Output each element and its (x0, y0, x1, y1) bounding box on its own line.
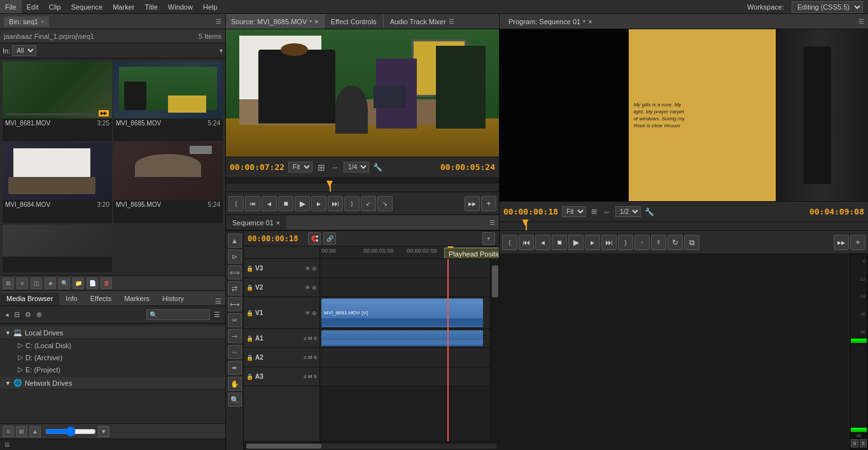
source-stop-btn[interactable]: ■ (278, 196, 293, 211)
rolling-edit-btn[interactable]: ⇄ (228, 281, 242, 295)
source-safe-margins-icon[interactable]: ↔ (330, 162, 340, 172)
add-track-btn[interactable]: + (482, 232, 495, 245)
browser-search-input[interactable] (146, 309, 210, 320)
tab-info[interactable]: Info (59, 293, 83, 306)
program-tab[interactable]: Program: Sequence 01 ▾ × (503, 14, 598, 29)
a2-m-label[interactable]: M (308, 355, 312, 361)
program-mark-out-btn[interactable]: } (618, 235, 633, 250)
audio-mixer-options[interactable]: ☰ (449, 18, 454, 25)
seq-tab[interactable]: Sequence 01 × (226, 215, 286, 230)
tab-markers[interactable]: Markers (118, 293, 156, 306)
freeform-view-btn[interactable]: ◈ (45, 278, 56, 289)
program-mark-in-btn[interactable]: { (502, 235, 517, 250)
up-btn[interactable]: ▲ (29, 426, 41, 437)
source-add-btn[interactable]: + (481, 196, 496, 211)
source-tab-dropdown[interactable]: ▾ (309, 18, 312, 24)
source-tab[interactable]: Source: MVI_8685.MOV ▾ × (226, 14, 325, 29)
source-settings-icon[interactable]: 🔧 (373, 163, 382, 172)
seq-panel-options[interactable]: ☰ (489, 219, 499, 226)
v1-sync-icon[interactable]: ⊕ (312, 310, 317, 316)
drive-e[interactable]: ▷ E: (Project) (0, 363, 225, 376)
selection-tool-btn[interactable]: ▲ (228, 234, 242, 248)
program-play-btn[interactable]: ▶ (568, 235, 584, 250)
track-row-v3[interactable] (320, 259, 490, 278)
menu-help[interactable]: Help (198, 0, 223, 13)
a3-s-label[interactable]: S (314, 374, 317, 380)
slip-btn[interactable]: ⊸ (228, 329, 242, 343)
menu-clip[interactable]: Clip (44, 0, 66, 13)
source-progress-track[interactable] (226, 183, 499, 192)
source-mark-in-btn[interactable]: { (228, 196, 244, 211)
lower-panel-options[interactable]: ☰ (215, 297, 225, 306)
track-row-v2[interactable] (320, 278, 490, 297)
v2-lock-icon[interactable]: 🔒 (246, 285, 253, 291)
a3-m-label[interactable]: M (308, 374, 312, 380)
source-mark-out-btn[interactable]: } (344, 196, 360, 211)
a2-lock-icon[interactable]: 🔒 (246, 355, 253, 361)
v3-sync-icon[interactable]: ⊕ (312, 265, 317, 272)
program-progress-track[interactable] (500, 222, 868, 230)
clip-item[interactable]: ▶▶ MVI_8681.MOV 3:25 (3, 61, 112, 141)
linked-select-btn[interactable]: 🔗 (323, 232, 336, 245)
program-go-to-in-btn[interactable]: ⏮ (519, 235, 534, 250)
program-go-to-out-btn[interactable]: ⏭ (601, 235, 617, 250)
effect-controls-tab[interactable]: Effect Controls (325, 14, 384, 29)
zoom-btn[interactable]: 🔍 (228, 393, 242, 407)
filter-btn[interactable]: ⊟ (13, 309, 21, 320)
program-progress-bar[interactable] (500, 221, 868, 230)
clip-item[interactable]: MVI_8695.MOV 5:24 (113, 143, 223, 223)
source-more-btn[interactable]: ▸▸ (465, 196, 480, 211)
program-export-icon[interactable]: ⊞ (590, 206, 598, 217)
zoom-slider[interactable] (45, 426, 96, 437)
v1-eye-icon[interactable]: 👁 (305, 310, 311, 316)
track-select-tool-btn[interactable]: ⊳ (228, 250, 242, 264)
source-progress-bar[interactable] (226, 183, 499, 192)
source-fit-select[interactable]: Fit (288, 162, 312, 172)
browser-options-btn[interactable]: ☰ (213, 309, 221, 320)
hand-btn[interactable]: ✋ (228, 377, 242, 391)
meter-s2-btn[interactable]: S (860, 439, 867, 447)
source-go-to-out-btn[interactable]: ⏭ (328, 196, 343, 211)
tab-effects[interactable]: Effects (84, 293, 118, 306)
v2-eye-icon[interactable]: 👁 (305, 285, 311, 291)
v3-lock-icon[interactable]: 🔒 (246, 265, 253, 272)
video-clip-block[interactable]: MVI_8681.MOV [V] (321, 299, 483, 327)
program-loop-btn[interactable]: ↻ (668, 235, 683, 250)
a2-menu-icon[interactable]: ≡ (304, 355, 307, 361)
timeline-scrollbar[interactable] (490, 259, 499, 441)
local-drives-header[interactable]: ▼ 💻 Local Drives (0, 327, 225, 339)
drive-d[interactable]: ▷ D: (Archive) (0, 351, 225, 363)
seq-tab-close[interactable]: × (276, 219, 280, 227)
new-item-btn[interactable]: 📄 (87, 278, 98, 289)
bin-view-toggle[interactable]: ▾ (220, 47, 223, 54)
v1-lock-icon[interactable]: 🔒 (246, 310, 253, 316)
network-drives-header[interactable]: ▼ 🌐 Network Drives (0, 377, 225, 390)
menu-sequence[interactable]: Sequence (66, 0, 108, 13)
tab-media-browser[interactable]: Media Browser (0, 293, 59, 306)
scrollbar-thumb[interactable] (492, 265, 498, 297)
down-btn[interactable]: ▼ (98, 426, 109, 437)
clip-item[interactable]: MVI_8684.MOV 3:20 (3, 143, 112, 223)
source-quality-select[interactable]: 1/4 (344, 162, 369, 172)
a3-lock-icon[interactable]: 🔒 (246, 374, 253, 380)
rate-stretch-btn[interactable]: ⟷ (228, 297, 242, 311)
program-step-back-btn[interactable]: ◂ (535, 235, 550, 250)
settings-btn[interactable]: ⚙ (24, 309, 32, 320)
clip-item[interactable]: MVI_8685.MOV 5:24 (113, 61, 223, 141)
program-tab-close[interactable]: × (588, 18, 592, 25)
program-panel-options[interactable]: ☰ (858, 18, 864, 25)
v2-sync-icon[interactable]: ⊕ (312, 285, 317, 291)
list-view-btn[interactable]: ≡ (17, 278, 28, 289)
program-add-btn[interactable]: + (850, 235, 865, 250)
menu-window[interactable]: Window (163, 0, 198, 13)
hscroll-thumb[interactable] (246, 444, 321, 449)
menu-file[interactable]: File (0, 0, 22, 13)
audio-mixer-tab[interactable]: Audio Track Mixer ☰ (384, 14, 461, 29)
track-row-v1[interactable]: MVI_8681.MOV [V] (320, 297, 490, 329)
timeline-hscrollbar[interactable] (244, 441, 499, 450)
a1-menu-icon[interactable]: ≡ (304, 335, 307, 342)
program-more-btn[interactable]: ▸▸ (834, 235, 849, 250)
snap-btn[interactable]: 🧲 (308, 232, 321, 245)
hscroll-track[interactable] (246, 444, 496, 449)
a3-menu-icon[interactable]: ≡ (304, 374, 307, 380)
